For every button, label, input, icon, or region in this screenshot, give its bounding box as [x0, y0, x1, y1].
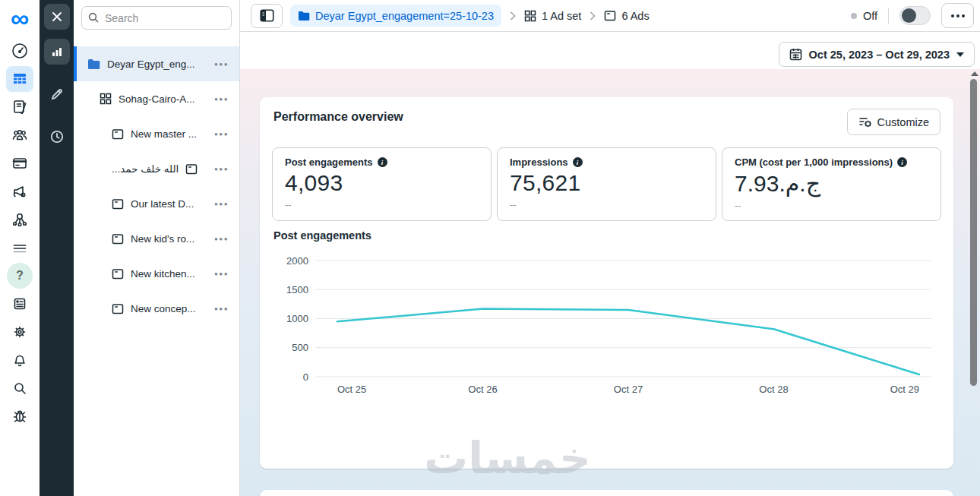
tree-item-label: Sohag-Cairo-A...: [119, 93, 195, 105]
tree-item-label: New kid's ro...: [131, 233, 194, 245]
tree-item-ad[interactable]: New master ... ●●●: [74, 116, 239, 151]
ad-settings-megaphone-icon[interactable]: [6, 178, 33, 204]
ads-reporting-pages-icon[interactable]: [6, 94, 33, 120]
meta-logo: ∞: [11, 3, 29, 36]
tree-item-ad[interactable]: New kitchen... ●●●: [74, 256, 239, 291]
svg-text:Oct 25: Oct 25: [337, 384, 366, 395]
help-icon[interactable]: ?: [7, 263, 33, 289]
performance-overview-card: Performance overview Customize Post enga…: [260, 97, 953, 469]
scrollbar-thumb[interactable]: [970, 79, 977, 386]
collapse-panel-button[interactable]: [251, 4, 283, 28]
info-icon[interactable]: i: [378, 157, 387, 167]
adset-grid-icon: [524, 10, 536, 22]
business-assets-icon[interactable]: [6, 207, 33, 232]
ad-frame-icon: [112, 198, 124, 210]
ad-frame-icon: [112, 303, 124, 314]
ad-frame-icon: [185, 163, 198, 175]
breadcrumb-adset-label: 1 Ad set: [542, 10, 581, 22]
edit-pencil-icon[interactable]: [44, 81, 70, 107]
more-options-button[interactable]: [941, 3, 974, 28]
row-menu-icon[interactable]: ●●●: [214, 305, 239, 312]
svg-text:500: 500: [292, 342, 308, 353]
folder-icon: [87, 58, 100, 70]
card-title: Performance overview: [273, 110, 403, 124]
tree-item-ad[interactable]: New kid's ro... ●●●: [74, 221, 239, 256]
tree-item-ad[interactable]: Our latest D... ●●●: [74, 186, 239, 221]
row-menu-icon[interactable]: ●●●: [214, 131, 239, 137]
svg-text:Oct 26: Oct 26: [468, 384, 497, 395]
svg-text:Oct 29: Oct 29: [890, 384, 919, 395]
metric-card-cpm: CPM (cost per 1,000 impressions)i 7.93.ج…: [722, 147, 941, 221]
account-overview-gauge-icon[interactable]: [6, 38, 33, 64]
status-dot: [851, 13, 857, 19]
tree-item-label: Our latest D...: [131, 198, 194, 210]
recent-clock-icon[interactable]: [44, 124, 70, 150]
metric-label: CPM (cost per 1,000 impressions): [735, 156, 893, 168]
calendar-icon: [789, 48, 802, 61]
audiences-people-icon[interactable]: [6, 122, 33, 148]
search-input[interactable]: [81, 6, 232, 30]
status-controls: Off: [851, 3, 974, 28]
divider: [888, 8, 889, 24]
customize-label: Customize: [877, 116, 930, 128]
adset-grid-icon: [100, 93, 112, 105]
svg-text:1000: 1000: [286, 313, 308, 324]
bar-chart-icon[interactable]: [44, 39, 70, 65]
search-box: [74, 0, 239, 30]
info-icon[interactable]: i: [573, 157, 583, 167]
updates-news-icon[interactable]: [6, 291, 33, 317]
metric-value: 75,621: [510, 170, 581, 195]
metric-delta: --: [735, 200, 928, 211]
status-label: Off: [863, 10, 877, 22]
info-icon[interactable]: i: [897, 157, 907, 167]
breadcrumb: Deyar Egypt_engagement=25-10-23 1 Ad set…: [240, 0, 980, 32]
toolbar-row: Oct 25, 2023 – Oct 29, 2023: [240, 32, 980, 69]
notifications-bell-icon[interactable]: [6, 347, 33, 373]
row-menu-icon[interactable]: ●●●: [214, 96, 239, 103]
tree-item-ad[interactable]: الله خلف حمد... ●●●: [74, 151, 239, 186]
campaigns-table-icon[interactable]: [6, 66, 33, 92]
search-icon: [88, 12, 99, 23]
campaign-tree: Deyar Egypt_eng... ●●● Sohag-Cairo-A... …: [74, 46, 239, 326]
search-icon[interactable]: [6, 375, 33, 401]
campaign-status-toggle[interactable]: [899, 6, 931, 25]
metric-value: 4,093: [285, 170, 343, 195]
date-range-picker[interactable]: Oct 25, 2023 – Oct 29, 2023: [779, 42, 975, 67]
breadcrumb-campaign[interactable]: Deyar Egypt_engagement=25-10-23: [290, 5, 501, 27]
row-menu-icon[interactable]: ●●●: [214, 166, 239, 172]
breadcrumb-campaign-label: Deyar Egypt_engagement=25-10-23: [315, 10, 494, 22]
engagements-chart: 0500100015002000Oct 25Oct 26Oct 27Oct 28…: [272, 251, 941, 396]
settings-gear-icon[interactable]: [6, 319, 33, 345]
close-icon[interactable]: [44, 4, 70, 30]
breadcrumb-ads[interactable]: 6 Ads: [604, 10, 649, 22]
ad-frame-icon: [604, 10, 616, 21]
customize-icon: [858, 116, 871, 128]
row-menu-icon[interactable]: ●●●: [214, 201, 239, 207]
metric-value: 7.93.: [735, 171, 786, 196]
customize-button[interactable]: Customize: [847, 109, 941, 135]
tree-item-campaign[interactable]: Deyar Egypt_eng... ●●●: [74, 46, 239, 81]
tree-item-label: New concep...: [131, 303, 196, 314]
next-section-card: [260, 490, 953, 496]
main-area: Deyar Egypt_engagement=25-10-23 1 Ad set…: [240, 0, 980, 496]
chart-title: Post engagements: [273, 229, 371, 242]
breadcrumb-adset[interactable]: 1 Ad set: [524, 10, 581, 22]
all-tools-menu-icon[interactable]: [6, 235, 33, 261]
campaign-tree-panel: Deyar Egypt_eng... ●●● Sohag-Cairo-A... …: [74, 0, 240, 496]
tree-item-ad[interactable]: New concep... ●●●: [74, 291, 239, 326]
row-menu-icon[interactable]: ●●●: [214, 270, 239, 277]
billing-card-icon[interactable]: [6, 150, 33, 176]
breadcrumb-ads-label: 6 Ads: [621, 10, 649, 22]
chevron-right-icon: [590, 11, 596, 21]
row-menu-icon[interactable]: ●●●: [214, 235, 239, 242]
scroll-up-arrow-icon[interactable]: [971, 71, 978, 76]
toggle-knob: [902, 8, 916, 23]
report-canvas: Performance overview Customize Post enga…: [240, 69, 980, 496]
ad-frame-icon: [112, 268, 124, 280]
nav-rail: ∞ ?: [0, 0, 40, 496]
ad-frame-icon: [112, 233, 124, 245]
tree-item-label: New kitchen...: [131, 268, 195, 280]
tree-item-adset[interactable]: Sohag-Cairo-A... ●●●: [74, 81, 239, 116]
row-menu-icon[interactable]: ●●●: [214, 61, 239, 68]
report-bug-icon[interactable]: [6, 403, 33, 429]
